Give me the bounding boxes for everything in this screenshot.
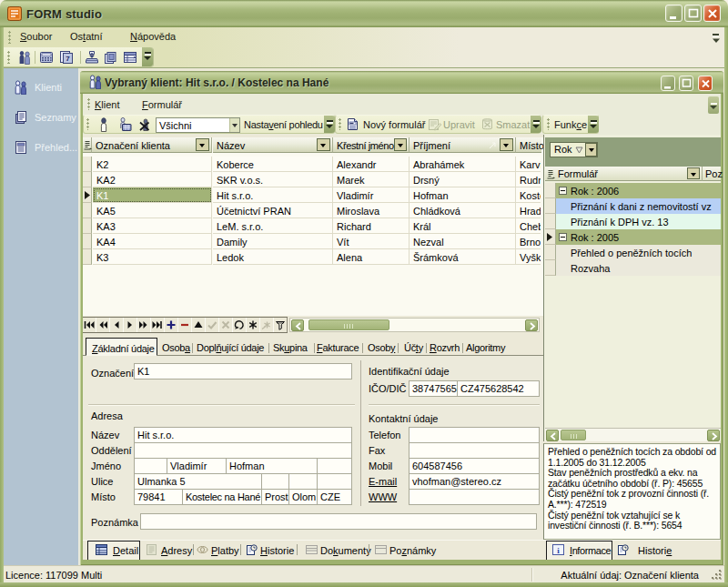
svg-text:7: 7 — [66, 55, 70, 63]
